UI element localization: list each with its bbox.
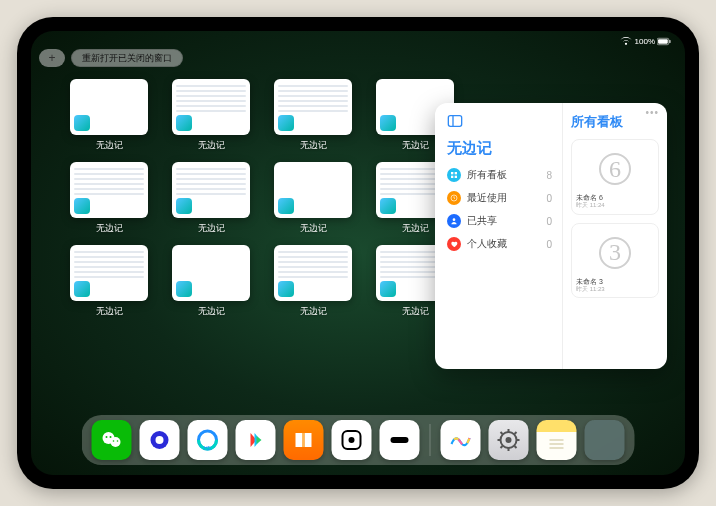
panel-more-icon[interactable]: •••	[645, 107, 659, 118]
board-name: 未命名 3	[576, 278, 654, 286]
svg-point-10	[453, 218, 456, 221]
svg-point-24	[349, 437, 355, 443]
window-thumbnail	[172, 79, 250, 135]
board-thumbnail: 3	[576, 230, 654, 276]
window-thumbnail	[274, 162, 352, 218]
svg-rect-2	[669, 40, 670, 43]
wechat-icon[interactable]	[92, 420, 132, 460]
window-thumbnail	[172, 245, 250, 301]
freeform-panel: ••• 无边记 所有看板 8 最近使用 0 已共享 0 个人收藏 0 所有看板 …	[435, 103, 667, 369]
ipad-device: 100% + 重新打开已关闭的窗口 无边记无边记无边记无边记无边记无边记无边记无…	[17, 17, 699, 489]
sidebar-menu: 所有看板 8 最近使用 0 已共享 0 个人收藏 0	[447, 168, 552, 251]
window-tile[interactable]: 无边记	[69, 162, 149, 235]
sidebar-toggle-icon[interactable]	[447, 113, 463, 129]
window-tile[interactable]: 无边记	[69, 245, 149, 318]
settings-icon[interactable]	[489, 420, 529, 460]
svg-rect-5	[451, 172, 453, 174]
sidebar-menu-item[interactable]: 个人收藏 0	[447, 237, 552, 251]
window-thumbnail	[172, 162, 250, 218]
window-tile[interactable]: 无边记	[171, 162, 251, 235]
wifi-icon	[619, 37, 633, 46]
board-item[interactable]: 3 未命名 3昨天 11:23	[571, 223, 659, 299]
svg-point-29	[506, 437, 512, 443]
menu-item-label: 已共享	[467, 214, 497, 228]
window-tile-label: 无边记	[96, 139, 123, 152]
panel-sidebar-title: 无边记	[447, 139, 552, 158]
sidebar-menu-item[interactable]: 已共享 0	[447, 214, 552, 228]
svg-rect-3	[448, 116, 461, 127]
window-thumbnail	[274, 245, 352, 301]
ipad-screen: 100% + 重新打开已关闭的窗口 无边记无边记无边记无边记无边记无边记无边记无…	[31, 31, 685, 475]
window-grid: 无边记无边记无边记无边记无边记无边记无边记无边记无边记无边记无边记无边记	[69, 79, 455, 318]
window-tile-label: 无边记	[96, 222, 123, 235]
svg-point-14	[110, 436, 112, 438]
svg-line-36	[515, 432, 517, 434]
window-tile[interactable]: 无边记	[273, 245, 353, 318]
svg-rect-8	[455, 176, 457, 178]
svg-line-34	[501, 432, 503, 434]
reopen-closed-window-button[interactable]: 重新打开已关闭的窗口	[71, 49, 183, 67]
menu-item-label: 个人收藏	[467, 237, 507, 251]
battery-icon	[657, 37, 671, 46]
menu-item-count: 8	[546, 170, 552, 181]
svg-rect-1	[658, 39, 668, 43]
clock-icon	[447, 191, 461, 205]
window-tile[interactable]: 无边记	[171, 79, 251, 152]
svg-text:HD: HD	[204, 445, 212, 451]
svg-point-12	[111, 437, 121, 447]
svg-point-15	[113, 440, 115, 442]
window-thumbnail	[70, 162, 148, 218]
window-tile-label: 无边记	[300, 222, 327, 235]
panel-sidebar: 无边记 所有看板 8 最近使用 0 已共享 0 个人收藏 0	[435, 103, 563, 369]
battery-label: 100%	[635, 37, 655, 46]
sidebar-menu-item[interactable]: 最近使用 0	[447, 191, 552, 205]
add-button[interactable]: +	[39, 49, 65, 67]
window-thumbnail	[274, 79, 352, 135]
grid-icon	[447, 168, 461, 182]
window-tile[interactable]: 无边记	[273, 162, 353, 235]
dice-icon[interactable]	[332, 420, 372, 460]
window-tile[interactable]: 无边记	[171, 245, 251, 318]
window-thumbnail	[70, 245, 148, 301]
youku-icon[interactable]	[236, 420, 276, 460]
svg-point-13	[106, 436, 108, 438]
panel-content: 所有看板 6 未命名 6昨天 11:243 未命名 3昨天 11:23	[563, 103, 667, 369]
window-tile-label: 无边记	[402, 222, 429, 235]
board-subtitle: 昨天 11:23	[576, 286, 654, 293]
window-tile-label: 无边记	[198, 222, 225, 235]
window-tile[interactable]: 无边记	[69, 79, 149, 152]
svg-line-35	[515, 446, 517, 448]
window-tile-label: 无边记	[198, 305, 225, 318]
qq-browser-icon[interactable]: HD	[188, 420, 228, 460]
window-tile-label: 无边记	[402, 139, 429, 152]
app-library-icon[interactable]	[585, 420, 625, 460]
window-tile-label: 无边记	[300, 139, 327, 152]
sidebar-menu-item[interactable]: 所有看板 8	[447, 168, 552, 182]
books-icon[interactable]	[284, 420, 324, 460]
svg-rect-7	[451, 176, 453, 178]
dock-separator	[430, 424, 431, 456]
dock: HD	[82, 415, 635, 465]
heart-icon	[447, 237, 461, 251]
window-tile-label: 无边记	[198, 139, 225, 152]
quark-icon[interactable]	[140, 420, 180, 460]
window-tile-label: 无边记	[300, 305, 327, 318]
menu-item-count: 0	[546, 216, 552, 227]
svg-point-18	[156, 436, 164, 444]
menu-item-label: 所有看板	[467, 168, 507, 182]
board-meta: 未命名 6昨天 11:24	[576, 194, 654, 210]
board-thumbnail: 6	[576, 146, 654, 192]
svg-rect-22	[303, 433, 305, 447]
window-tile[interactable]: 无边记	[273, 79, 353, 152]
svg-rect-27	[394, 437, 406, 443]
status-bar: 100%	[619, 37, 671, 46]
board-item[interactable]: 6 未命名 6昨天 11:24	[571, 139, 659, 215]
board-name: 未命名 6	[576, 194, 654, 202]
svg-rect-6	[455, 172, 457, 174]
menu-item-count: 0	[546, 239, 552, 250]
iina-icon[interactable]	[380, 420, 420, 460]
freeform-icon[interactable]	[441, 420, 481, 460]
board-meta: 未命名 3昨天 11:23	[576, 278, 654, 294]
menu-item-label: 最近使用	[467, 191, 507, 205]
notes-icon[interactable]	[537, 420, 577, 460]
